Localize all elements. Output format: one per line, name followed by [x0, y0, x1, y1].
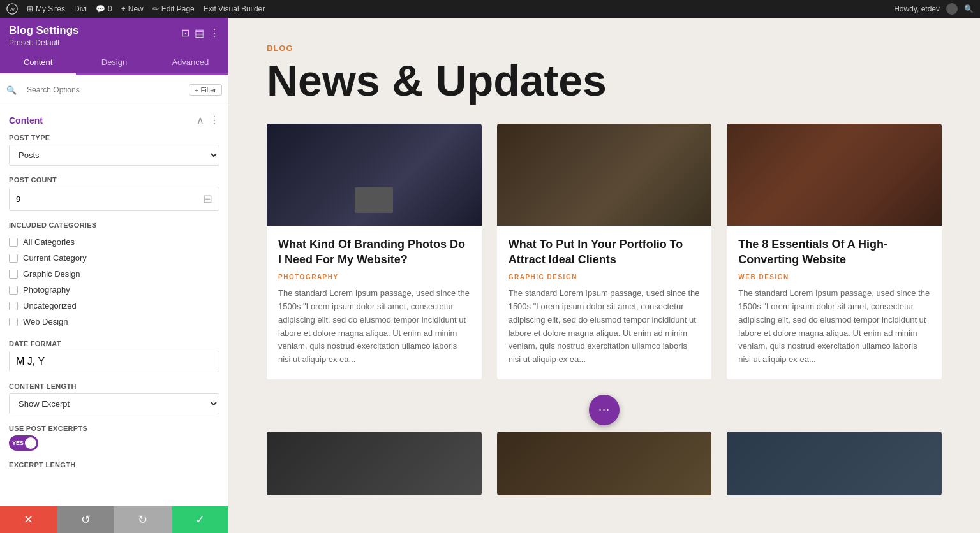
cards-grid: What Kind Of Branding Photos Do I Need F…	[267, 124, 942, 379]
category-web-label: Web Design	[23, 317, 68, 326]
cancel-button[interactable]: ✕	[0, 506, 57, 533]
card-2-title: What To Put In Your Portfolio To Attract…	[509, 237, 701, 267]
collapse-icon[interactable]: ∧	[197, 114, 204, 126]
top-bar-left: W ⊞ My Sites Divi 💬 0 + New ✏ Edit Page …	[6, 3, 885, 15]
sidebar-tabs: Content Design Advanced	[0, 51, 228, 75]
content-section-header: Content ∧ ⋮	[9, 114, 219, 126]
category-current-checkbox[interactable]	[9, 254, 18, 263]
card-3-body: The 8 Essentials Of A High-Converting We…	[727, 226, 942, 379]
divi-link[interactable]: Divi	[74, 4, 87, 13]
card-2-excerpt: The standard Lorem Ipsum passage, used s…	[509, 287, 701, 367]
sidebar-title: Blog Settings	[9, 24, 79, 37]
blog-label: BLOG	[267, 43, 942, 53]
wordpress-icon: W	[6, 3, 18, 15]
search-icon-sidebar: 🔍	[6, 85, 17, 95]
card-2-body: What To Put In Your Portfolio To Attract…	[497, 226, 712, 379]
included-categories-label: Included Categories	[9, 221, 219, 229]
category-photography[interactable]: Photography	[9, 282, 219, 298]
more-options-icon[interactable]: ⋮	[209, 27, 219, 39]
fab-button[interactable]: ···	[589, 395, 620, 425]
sidebar-preset: Preset: Default	[9, 38, 79, 47]
post-count-input-wrapper: ⊟	[9, 187, 219, 211]
partial-cards-grid	[267, 432, 942, 495]
card-2: What To Put In Your Portfolio To Attract…	[497, 124, 712, 379]
blog-title: News & Updates	[267, 58, 942, 103]
date-format-label: Date Format	[9, 340, 219, 347]
card-1-title: What Kind Of Branding Photos Do I Need F…	[278, 237, 470, 267]
category-current[interactable]: Current Category	[9, 250, 219, 266]
card-1-body: What Kind Of Branding Photos Do I Need F…	[267, 226, 482, 379]
redo-button[interactable]: ↻	[114, 506, 172, 533]
category-current-label: Current Category	[23, 253, 87, 263]
new-link[interactable]: + New	[121, 4, 144, 13]
excerpt-length-label: Excerpt Length	[9, 461, 219, 469]
comments-link[interactable]: 💬 0	[96, 4, 112, 13]
sidebar-title-group: Blog Settings Preset: Default	[9, 24, 79, 47]
category-graphic-design[interactable]: Graphic Design	[9, 266, 219, 282]
fab-icon: ···	[598, 403, 610, 416]
card-1-category: PHOTOGRAPHY	[278, 274, 470, 281]
exit-visual-builder-link[interactable]: Exit Visual Builder	[204, 4, 265, 13]
tab-design[interactable]: Design	[76, 51, 152, 75]
category-web-design[interactable]: Web Design	[9, 314, 219, 330]
howdy-text: Howdy, etdev	[894, 4, 940, 13]
main-content: BLOG News & Updates What Kind Of Brandin…	[228, 18, 980, 533]
content-length-select[interactable]: Show Excerpt	[9, 393, 219, 414]
category-photo-checkbox[interactable]	[9, 286, 18, 295]
sidebar-bottom: ✕ ↺ ↻ ✓	[0, 506, 228, 533]
use-post-excerpts-toggle[interactable]: YES	[9, 435, 38, 451]
content-length-field: Content Length Show Excerpt	[9, 383, 219, 414]
content-section-title: Content	[9, 115, 43, 126]
top-bar-right: Howdy, etdev 🔍	[894, 3, 974, 15]
save-button[interactable]: ✓	[172, 506, 229, 533]
partial-card-2-image	[497, 432, 712, 495]
filter-button[interactable]: + Filter	[189, 84, 222, 96]
sidebar-header-icons: ⊡ ▤ ⋮	[181, 27, 219, 39]
toggle-container: YES	[9, 435, 219, 451]
category-graphic-checkbox[interactable]	[9, 270, 18, 279]
partial-card-1-image	[267, 432, 482, 495]
category-all-checkbox[interactable]	[9, 238, 18, 247]
stepper-icon[interactable]: ⊟	[203, 192, 212, 206]
use-post-excerpts-field: Use Post Excerpts YES	[9, 425, 219, 451]
category-all[interactable]: All Categories	[9, 234, 219, 250]
date-format-input[interactable]: M J, Y	[9, 351, 219, 372]
card-3-image	[727, 124, 942, 226]
partial-card-3	[727, 432, 942, 495]
card-1: What Kind Of Branding Photos Do I Need F…	[267, 124, 482, 379]
tab-content[interactable]: Content	[0, 51, 76, 75]
grid-icon: ⊞	[27, 4, 33, 13]
responsive-icon[interactable]: ⊡	[181, 27, 189, 39]
reset-button[interactable]: ↺	[57, 506, 115, 533]
columns-icon[interactable]: ▤	[195, 27, 204, 39]
category-web-checkbox[interactable]	[9, 318, 18, 326]
fab-container: ···	[267, 395, 942, 425]
post-count-input[interactable]	[16, 194, 173, 204]
card-3-excerpt: The standard Lorem Ipsum passage, used s…	[738, 287, 930, 367]
comment-icon: 💬	[96, 4, 105, 13]
my-sites-link[interactable]: ⊞ My Sites	[27, 4, 65, 13]
card-3-category: WEB DESIGN	[738, 274, 930, 281]
edit-page-link[interactable]: ✏ Edit Page	[152, 4, 195, 13]
card-2-category: GRAPHIC DESIGN	[509, 274, 701, 281]
post-type-select[interactable]: Posts	[9, 145, 219, 166]
toggle-yes-label: YES	[12, 440, 24, 446]
search-options-input[interactable]	[20, 80, 185, 99]
tab-advanced[interactable]: Advanced	[152, 51, 228, 75]
partial-card-1	[267, 432, 482, 495]
sidebar: Blog Settings Preset: Default ⊡ ▤ ⋮ Cont…	[0, 18, 228, 533]
wordpress-icon-link[interactable]: W	[6, 3, 18, 15]
plus-icon: +	[121, 4, 126, 13]
sidebar-search: 🔍 + Filter	[0, 75, 228, 105]
toggle-knob	[25, 437, 36, 449]
card-2-image	[497, 124, 712, 226]
main-layout: Blog Settings Preset: Default ⊡ ▤ ⋮ Cont…	[0, 18, 980, 533]
top-bar: W ⊞ My Sites Divi 💬 0 + New ✏ Edit Page …	[0, 0, 980, 18]
search-icon[interactable]: 🔍	[964, 4, 974, 13]
sidebar-content: Content ∧ ⋮ Post Type Posts Post Count ⊟	[0, 105, 228, 506]
post-count-field: Post Count ⊟	[9, 176, 219, 211]
section-more-icon[interactable]: ⋮	[209, 114, 219, 126]
included-categories-field: Included Categories All Categories Curre…	[9, 221, 219, 330]
category-uncat-checkbox[interactable]	[9, 302, 18, 310]
category-uncategorized[interactable]: Uncategorized	[9, 298, 219, 314]
